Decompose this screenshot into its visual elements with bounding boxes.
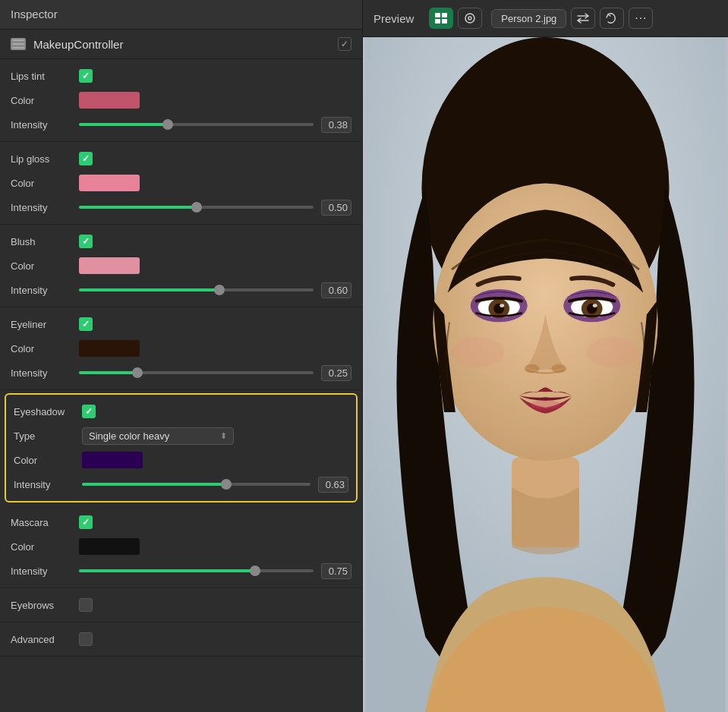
mascara-checkbox[interactable] (79, 515, 93, 529)
eyeliner-row: Eyeliner (11, 313, 351, 335)
eyeliner-section: Eyeliner Color Intensity 0.25 (0, 307, 362, 390)
mascara-intensity-row: Intensity 0.75 (11, 560, 351, 581)
eyeshadow-section: Eyeshadow Type Single color heavy ⬍ Colo… (5, 393, 358, 502)
eyeliner-checkbox[interactable] (79, 317, 93, 331)
blush-intensity-row: Intensity 0.60 (11, 279, 351, 301)
lip-gloss-section: Lip gloss Color Intensity 0.50 (0, 142, 362, 225)
controller-check[interactable]: ✓ (338, 37, 351, 51)
lips-tint-section: Lips tint Color Intensity 0.38 (0, 59, 362, 142)
eyeshadow-slider-container: 0.63 (82, 477, 348, 493)
mascara-slider-track[interactable] (79, 569, 314, 572)
eyeliner-slider-track[interactable] (79, 371, 314, 374)
eyeshadow-type-row: Type Single color heavy ⬍ (14, 425, 348, 446)
blush-slider-track[interactable] (79, 288, 314, 291)
svg-point-7 (465, 14, 474, 23)
mascara-label: Mascara (11, 517, 79, 528)
eyeshadow-value: 0.63 (318, 477, 348, 493)
eyeshadow-checkbox[interactable] (82, 405, 96, 418)
lips-tint-row: Lips tint (11, 65, 351, 87)
advanced-section: Advanced (0, 622, 362, 657)
lip-gloss-label: Lip gloss (11, 153, 79, 165)
eyebrows-section: Eyebrows (0, 588, 362, 622)
inspector-title: Inspector (11, 8, 58, 20)
svg-rect-6 (442, 19, 447, 24)
blush-value: 0.60 (321, 282, 351, 298)
lips-tint-color-swatch[interactable] (79, 92, 140, 109)
lips-tint-intensity-label: Intensity (11, 119, 79, 131)
eyebrows-checkbox[interactable] (79, 598, 93, 612)
eyeliner-label: Eyeliner (11, 319, 79, 330)
lip-gloss-color-label: Color (11, 178, 79, 189)
blush-color-swatch[interactable] (79, 257, 140, 274)
lips-tint-label: Lips tint (11, 71, 79, 82)
eyebrows-label: Eyebrows (11, 600, 79, 611)
eyeshadow-intensity-label: Intensity (14, 479, 82, 490)
svg-rect-0 (12, 39, 24, 41)
mascara-slider-container: 0.75 (79, 563, 351, 579)
mascara-color-row: Color (11, 536, 351, 557)
eyeshadow-color-label: Color (14, 455, 82, 466)
eyeshadow-label: Eyeshadow (14, 406, 82, 417)
lips-tint-checkbox[interactable] (79, 69, 93, 83)
lip-gloss-intensity-row: Intensity 0.50 (11, 197, 351, 218)
lips-tint-color-row: Color (11, 90, 351, 111)
eyeliner-value: 0.25 (321, 365, 351, 381)
preview-header: Preview Person 2.jpg (363, 0, 728, 37)
preview-panel: Preview Person 2.jpg (363, 0, 728, 712)
eyeshadow-type-select[interactable]: Single color heavy ⬍ (82, 427, 234, 445)
preview-title: Preview (373, 12, 414, 25)
blush-color-row: Color (11, 255, 351, 276)
lips-tint-slider-track[interactable] (79, 123, 314, 126)
preview-image-container (363, 37, 728, 712)
blush-slider-container: 0.60 (79, 282, 351, 298)
svg-point-21 (500, 304, 504, 307)
mascara-section: Mascara Color Intensity 0.75 (0, 506, 362, 588)
blush-row: Blush (11, 231, 351, 252)
mascara-intensity-label: Intensity (11, 566, 79, 577)
controller-header: MakeupController ✓ (0, 30, 362, 59)
blush-label: Blush (11, 236, 79, 247)
lip-gloss-slider-container: 0.50 (79, 200, 351, 216)
eyeliner-color-label: Color (11, 343, 79, 354)
eyeshadow-type-label: Type (14, 430, 82, 442)
svg-point-25 (452, 337, 504, 367)
advanced-checkbox[interactable] (79, 632, 93, 646)
lip-gloss-color-row: Color (11, 172, 351, 194)
eyeliner-intensity-label: Intensity (11, 367, 79, 379)
eyeshadow-slider-track[interactable] (82, 483, 310, 486)
eyeshadow-type-value: Single color heavy (89, 430, 169, 442)
blush-checkbox[interactable] (79, 235, 93, 248)
mascara-row: Mascara (11, 512, 351, 533)
svg-rect-5 (435, 19, 440, 24)
svg-rect-2 (12, 47, 24, 49)
lip-gloss-checkbox[interactable] (79, 152, 93, 165)
blush-intensity-label: Intensity (11, 285, 79, 296)
svg-rect-4 (442, 13, 447, 17)
face-button[interactable] (458, 8, 482, 29)
svg-point-26 (587, 337, 639, 367)
eyeliner-color-row: Color (11, 338, 351, 359)
blush-color-label: Color (11, 260, 79, 272)
blush-section: Blush Color Intensity 0.60 (0, 225, 362, 307)
eyeshadow-color-swatch[interactable] (82, 452, 143, 468)
advanced-row: Advanced (11, 629, 351, 650)
lip-gloss-intensity-label: Intensity (11, 202, 79, 213)
eyeshadow-color-row: Color (14, 449, 348, 471)
eyeliner-color-swatch[interactable] (79, 340, 140, 357)
inspector-panel: Inspector MakeupController ✓ Lips tint C… (0, 0, 363, 712)
lip-gloss-slider-track[interactable] (79, 206, 314, 209)
screens-button[interactable] (429, 8, 453, 29)
eyeliner-slider-container: 0.25 (79, 365, 351, 381)
more-button[interactable]: ··· (629, 8, 653, 29)
mascara-color-label: Color (11, 541, 79, 553)
eyeliner-intensity-row: Intensity 0.25 (11, 362, 351, 383)
controller-name: MakeupController (33, 38, 338, 51)
swap-button[interactable] (571, 8, 595, 29)
mascara-color-swatch[interactable] (79, 538, 140, 555)
lips-tint-slider-container: 0.38 (79, 117, 351, 133)
type-select-arrows-icon: ⬍ (220, 431, 227, 441)
lips-tint-value: 0.38 (321, 117, 351, 133)
filename-badge: Person 2.jpg (491, 9, 566, 28)
lip-gloss-color-swatch[interactable] (79, 175, 140, 191)
undo-button[interactable] (600, 8, 624, 29)
